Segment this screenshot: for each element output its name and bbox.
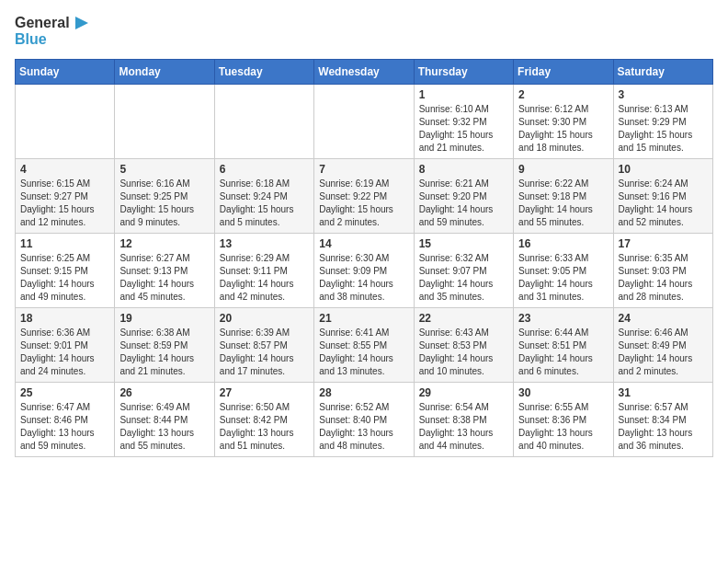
day-info: Sunrise: 6:52 AM Sunset: 8:40 PM Dayligh…	[319, 401, 408, 453]
day-number: 23	[518, 312, 608, 325]
day-number: 30	[518, 386, 608, 399]
day-number: 24	[619, 312, 708, 325]
day-info: Sunrise: 6:22 AM Sunset: 9:18 PM Dayligh…	[518, 178, 608, 229]
day-number: 14	[319, 237, 408, 250]
day-number: 31	[619, 386, 708, 399]
day-number: 7	[319, 163, 408, 176]
day-info: Sunrise: 6:44 AM Sunset: 8:51 PM Dayligh…	[518, 327, 608, 378]
svg-marker-0	[75, 17, 88, 29]
day-info: Sunrise: 6:16 AM Sunset: 9:25 PM Dayligh…	[119, 178, 209, 229]
day-info: Sunrise: 6:46 AM Sunset: 8:49 PM Dayligh…	[619, 327, 708, 378]
calendar-cell: 18Sunrise: 6:36 AM Sunset: 9:01 PM Dayli…	[16, 307, 115, 382]
day-number: 5	[119, 163, 209, 176]
day-info: Sunrise: 6:30 AM Sunset: 9:09 PM Dayligh…	[319, 252, 408, 304]
calendar-cell: 9Sunrise: 6:22 AM Sunset: 9:18 PM Daylig…	[514, 158, 613, 233]
calendar-body: 1Sunrise: 6:10 AM Sunset: 9:32 PM Daylig…	[16, 84, 713, 456]
day-info: Sunrise: 6:36 AM Sunset: 9:01 PM Dayligh…	[20, 327, 109, 378]
day-number: 29	[419, 386, 508, 399]
day-info: Sunrise: 6:10 AM Sunset: 9:32 PM Dayligh…	[419, 103, 508, 155]
calendar-cell	[214, 84, 313, 158]
day-number: 15	[419, 237, 508, 250]
calendar-cell: 14Sunrise: 6:30 AM Sunset: 9:09 PM Dayli…	[314, 233, 414, 307]
calendar-cell: 29Sunrise: 6:54 AM Sunset: 8:38 PM Dayli…	[414, 382, 513, 456]
calendar-cell: 19Sunrise: 6:38 AM Sunset: 8:59 PM Dayli…	[115, 307, 214, 382]
weekday-header-friday: Friday	[514, 59, 613, 84]
day-info: Sunrise: 6:49 AM Sunset: 8:44 PM Dayligh…	[119, 401, 209, 453]
calendar-cell	[314, 84, 414, 158]
calendar-week-5: 25Sunrise: 6:47 AM Sunset: 8:46 PM Dayli…	[16, 382, 713, 456]
day-info: Sunrise: 6:15 AM Sunset: 9:27 PM Dayligh…	[20, 178, 109, 229]
day-number: 25	[20, 386, 109, 399]
logo-arrow-icon	[72, 15, 88, 31]
logo-general-text: General	[15, 15, 70, 31]
weekday-header-row: SundayMondayTuesdayWednesdayThursdayFrid…	[16, 59, 713, 84]
day-info: Sunrise: 6:32 AM Sunset: 9:07 PM Dayligh…	[419, 252, 508, 304]
day-number: 21	[319, 312, 408, 325]
day-number: 17	[619, 237, 708, 250]
day-info: Sunrise: 6:19 AM Sunset: 9:22 PM Dayligh…	[319, 178, 408, 229]
day-number: 13	[220, 237, 309, 250]
calendar-cell: 24Sunrise: 6:46 AM Sunset: 8:49 PM Dayli…	[613, 307, 712, 382]
day-info: Sunrise: 6:57 AM Sunset: 8:34 PM Dayligh…	[619, 401, 708, 453]
day-number: 27	[220, 386, 309, 399]
day-number: 10	[619, 163, 708, 176]
calendar-cell: 21Sunrise: 6:41 AM Sunset: 8:55 PM Dayli…	[314, 307, 414, 382]
calendar-cell: 11Sunrise: 6:25 AM Sunset: 9:15 PM Dayli…	[16, 233, 115, 307]
calendar-cell: 23Sunrise: 6:44 AM Sunset: 8:51 PM Dayli…	[514, 307, 613, 382]
weekday-header-tuesday: Tuesday	[214, 59, 313, 84]
weekday-header-wednesday: Wednesday	[314, 59, 414, 84]
calendar-cell: 1Sunrise: 6:10 AM Sunset: 9:32 PM Daylig…	[414, 84, 513, 158]
weekday-header-thursday: Thursday	[414, 59, 513, 84]
day-info: Sunrise: 6:43 AM Sunset: 8:53 PM Dayligh…	[419, 327, 508, 378]
calendar-cell: 4Sunrise: 6:15 AM Sunset: 9:27 PM Daylig…	[16, 158, 115, 233]
calendar-cell: 25Sunrise: 6:47 AM Sunset: 8:46 PM Dayli…	[16, 382, 115, 456]
calendar-cell: 7Sunrise: 6:19 AM Sunset: 9:22 PM Daylig…	[314, 158, 414, 233]
calendar-cell: 22Sunrise: 6:43 AM Sunset: 8:53 PM Dayli…	[414, 307, 513, 382]
weekday-header-monday: Monday	[115, 59, 214, 84]
calendar-cell: 20Sunrise: 6:39 AM Sunset: 8:57 PM Dayli…	[214, 307, 313, 382]
day-info: Sunrise: 6:29 AM Sunset: 9:11 PM Dayligh…	[220, 252, 309, 304]
calendar-cell: 13Sunrise: 6:29 AM Sunset: 9:11 PM Dayli…	[214, 233, 313, 307]
calendar-cell: 10Sunrise: 6:24 AM Sunset: 9:16 PM Dayli…	[613, 158, 712, 233]
day-number: 8	[419, 163, 508, 176]
day-number: 1	[419, 88, 508, 101]
calendar-cell: 15Sunrise: 6:32 AM Sunset: 9:07 PM Dayli…	[414, 233, 513, 307]
day-info: Sunrise: 6:33 AM Sunset: 9:05 PM Dayligh…	[518, 252, 608, 304]
logo-container: General Blue	[15, 15, 88, 48]
weekday-header-saturday: Saturday	[613, 59, 712, 84]
calendar-cell: 28Sunrise: 6:52 AM Sunset: 8:40 PM Dayli…	[314, 382, 414, 456]
day-info: Sunrise: 6:12 AM Sunset: 9:30 PM Dayligh…	[518, 103, 608, 155]
day-info: Sunrise: 6:38 AM Sunset: 8:59 PM Dayligh…	[119, 327, 209, 378]
calendar-cell: 31Sunrise: 6:57 AM Sunset: 8:34 PM Dayli…	[613, 382, 712, 456]
day-info: Sunrise: 6:50 AM Sunset: 8:42 PM Dayligh…	[220, 401, 309, 453]
day-number: 18	[20, 312, 109, 325]
day-number: 26	[119, 386, 209, 399]
logo-blue-text: Blue	[15, 31, 47, 48]
calendar-cell	[115, 84, 214, 158]
calendar-cell: 12Sunrise: 6:27 AM Sunset: 9:13 PM Dayli…	[115, 233, 214, 307]
calendar-week-4: 18Sunrise: 6:36 AM Sunset: 9:01 PM Dayli…	[16, 307, 713, 382]
calendar-cell: 16Sunrise: 6:33 AM Sunset: 9:05 PM Dayli…	[514, 233, 613, 307]
calendar-cell	[16, 84, 115, 158]
logo: General Blue	[15, 15, 88, 48]
calendar-cell: 17Sunrise: 6:35 AM Sunset: 9:03 PM Dayli…	[613, 233, 712, 307]
calendar-header: SundayMondayTuesdayWednesdayThursdayFrid…	[16, 59, 713, 84]
day-number: 3	[619, 88, 708, 101]
day-number: 16	[518, 237, 608, 250]
calendar-week-2: 4Sunrise: 6:15 AM Sunset: 9:27 PM Daylig…	[16, 158, 713, 233]
day-number: 12	[119, 237, 209, 250]
day-info: Sunrise: 6:54 AM Sunset: 8:38 PM Dayligh…	[419, 401, 508, 453]
day-info: Sunrise: 6:18 AM Sunset: 9:24 PM Dayligh…	[220, 178, 309, 229]
calendar-week-1: 1Sunrise: 6:10 AM Sunset: 9:32 PM Daylig…	[16, 84, 713, 158]
day-info: Sunrise: 6:41 AM Sunset: 8:55 PM Dayligh…	[319, 327, 408, 378]
calendar-week-3: 11Sunrise: 6:25 AM Sunset: 9:15 PM Dayli…	[16, 233, 713, 307]
day-info: Sunrise: 6:24 AM Sunset: 9:16 PM Dayligh…	[619, 178, 708, 229]
calendar-cell: 26Sunrise: 6:49 AM Sunset: 8:44 PM Dayli…	[115, 382, 214, 456]
calendar-cell: 8Sunrise: 6:21 AM Sunset: 9:20 PM Daylig…	[414, 158, 513, 233]
day-number: 19	[119, 312, 209, 325]
day-number: 20	[220, 312, 309, 325]
day-info: Sunrise: 6:25 AM Sunset: 9:15 PM Dayligh…	[20, 252, 109, 304]
day-info: Sunrise: 6:39 AM Sunset: 8:57 PM Dayligh…	[220, 327, 309, 378]
day-info: Sunrise: 6:13 AM Sunset: 9:29 PM Dayligh…	[619, 103, 708, 155]
day-number: 4	[20, 163, 109, 176]
